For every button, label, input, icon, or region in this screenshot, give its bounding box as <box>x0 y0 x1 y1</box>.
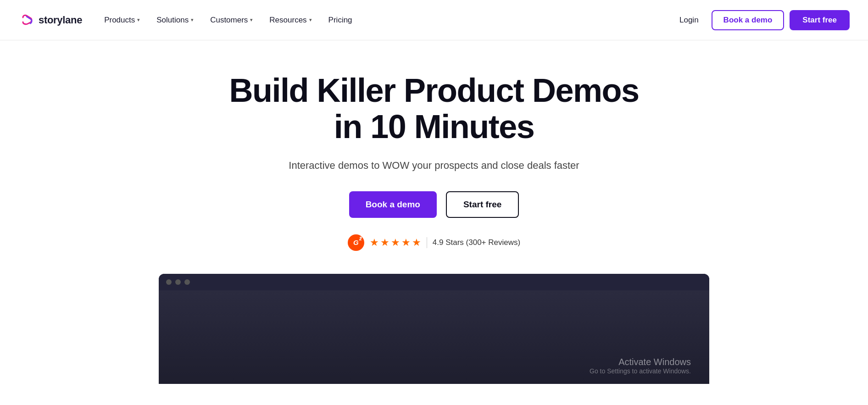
book-demo-nav-button[interactable]: Book a demo <box>712 10 785 30</box>
demo-bar <box>159 274 709 290</box>
nav-right: Login Book a demo Start free <box>672 10 850 30</box>
star-2: ★ <box>380 237 389 249</box>
demo-dot-1 <box>166 279 172 285</box>
nav-item-resources[interactable]: Resources ▾ <box>262 12 319 28</box>
demo-dot-2 <box>175 279 181 285</box>
chevron-down-icon: ▾ <box>309 17 312 23</box>
navbar: storylane Products ▾ Solutions ▾ Custome… <box>0 0 868 40</box>
nav-solutions-label: Solutions <box>156 16 189 25</box>
nav-item-solutions[interactable]: Solutions ▾ <box>149 12 201 28</box>
book-demo-hero-button[interactable]: Book a demo <box>349 191 437 218</box>
nav-item-customers[interactable]: Customers ▾ <box>203 12 260 28</box>
nav-item-pricing[interactable]: Pricing <box>321 12 360 28</box>
rating-row: G 2 ★ ★ ★ ★ ★ 4.9 Stars (300+ Reviews) <box>348 234 520 251</box>
demo-dot-3 <box>184 279 190 285</box>
nav-pricing-label: Pricing <box>328 16 352 25</box>
chevron-down-icon: ▾ <box>250 17 253 23</box>
logo-link[interactable]: storylane <box>18 12 82 28</box>
svg-rect-0 <box>18 12 35 28</box>
star-4: ★ <box>401 237 411 249</box>
nav-customers-label: Customers <box>210 16 248 25</box>
star-5: ★ <box>412 237 421 249</box>
logo-text: storylane <box>39 14 82 26</box>
hero-subtitle: Interactive demos to WOW your prospects … <box>289 158 579 173</box>
windows-activate-subtitle: Go to Settings to activate Windows. <box>590 367 691 375</box>
demo-preview-inner: Activate Windows Go to Settings to activ… <box>159 274 709 384</box>
nav-item-products[interactable]: Products ▾ <box>97 12 147 28</box>
start-free-hero-button[interactable]: Start free <box>446 191 519 218</box>
rating-divider <box>427 237 427 248</box>
nav-links: Products ▾ Solutions ▾ Customers ▾ Resou… <box>97 12 672 28</box>
hero-cta: Book a demo Start free <box>349 191 519 218</box>
rating-text: 4.9 Stars (300+ Reviews) <box>433 238 520 247</box>
hero-title: Build Killer Product Demos in 10 Minutes <box>228 72 640 145</box>
chevron-down-icon: ▾ <box>191 17 194 23</box>
chevron-down-icon: ▾ <box>137 17 140 23</box>
hero-section: Build Killer Product Demos in 10 Minutes… <box>0 40 868 402</box>
demo-preview: Activate Windows Go to Settings to activ… <box>159 274 709 384</box>
windows-activate-title: Activate Windows <box>590 357 691 367</box>
star-3: ★ <box>391 237 400 249</box>
nav-resources-label: Resources <box>269 16 306 25</box>
nav-products-label: Products <box>104 16 135 25</box>
windows-watermark: Activate Windows Go to Settings to activ… <box>590 357 691 375</box>
login-button[interactable]: Login <box>672 12 706 28</box>
g2-logo: G 2 <box>348 234 364 251</box>
start-free-nav-button[interactable]: Start free <box>790 10 850 30</box>
logo-icon <box>18 12 35 28</box>
star-rating: ★ ★ ★ ★ ★ <box>370 237 421 249</box>
star-1: ★ <box>370 237 379 249</box>
